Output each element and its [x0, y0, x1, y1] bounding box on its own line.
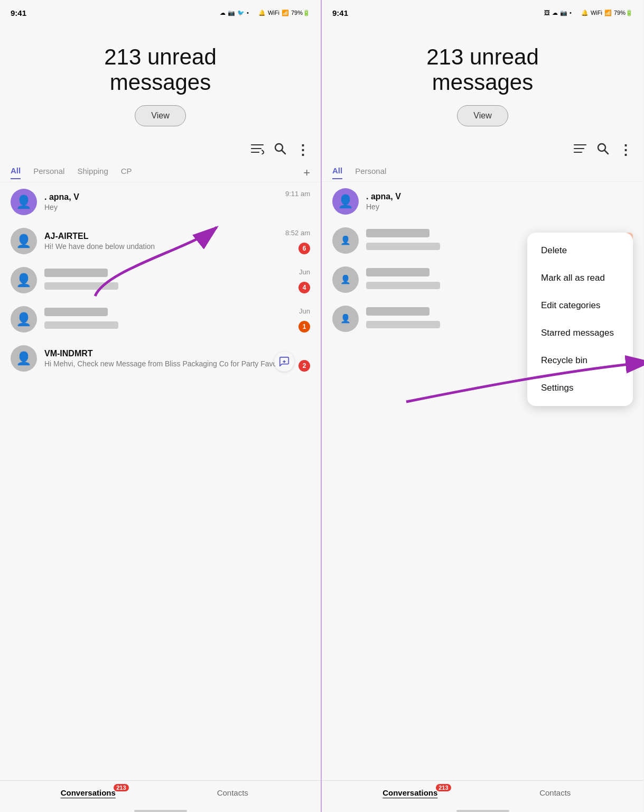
context-menu: Delete Mark all as read Edit categories …: [527, 233, 633, 406]
alarm-icon: 🔔: [258, 10, 266, 16]
conv-content-blurred-2: [44, 308, 310, 331]
menu-recycle-bin[interactable]: Recycle bin: [527, 347, 633, 374]
conv-preview-apna: Hey: [44, 203, 310, 211]
conv-preview-vm: Hi Mehvi, Check new Message from Bliss P…: [44, 359, 310, 368]
conv-item-blurred-1[interactable]: 👤 Jun 4: [0, 261, 321, 300]
menu-starred-messages[interactable]: Starred messages: [527, 319, 633, 347]
filter-icon-right[interactable]: [573, 143, 587, 158]
avatar-vm: 👤: [11, 345, 37, 372]
person-icon: 👤: [16, 195, 32, 209]
wifi-icon: WiFi: [268, 10, 279, 16]
tab-all-left[interactable]: All: [11, 166, 21, 179]
unread-header-left: 213 unreadmessages View: [0, 23, 321, 137]
quick-reply-button[interactable]: [274, 352, 294, 372]
more-icon[interactable]: ⋮: [296, 142, 310, 159]
avatar-blurred-r1: 👤: [332, 227, 359, 254]
unread-title-right: 213 unreadmessages: [343, 44, 622, 96]
tab-add-left[interactable]: +: [303, 166, 310, 180]
conv-content-apna: . apna, V Hey: [44, 192, 310, 211]
conv-item-apna[interactable]: 👤 . apna, V Hey 9:11 am: [0, 182, 321, 222]
person-icon: 👤: [16, 312, 32, 327]
filter-icon[interactable]: [250, 143, 264, 158]
blurred-preview-r1: [366, 243, 440, 250]
signal-icon: 📶: [604, 10, 612, 16]
conv-content-airtel: AJ-AIRTEL Hi! We have done below undatio…: [44, 232, 310, 251]
tab-all-right[interactable]: All: [332, 166, 342, 179]
status-icons-right: 🖼 ☁ 📷 • 🔔 WiFi 📶 79%🔋: [544, 9, 633, 16]
nav-contacts-left[interactable]: Contacts: [161, 788, 305, 797]
scrollbar-right: [456, 810, 509, 812]
conv-item-apna-right[interactable]: 👤 . apna, V Hey: [322, 182, 643, 221]
menu-delete[interactable]: Delete: [527, 237, 633, 264]
avatar-blurred-1: 👤: [11, 267, 37, 293]
phone-panel-left: 9:41 ☁ 📷 🐦 • 🔔 WiFi 📶 79%🔋 213 unreadmes…: [0, 0, 322, 812]
phone-panel-right: 9:41 🖼 ☁ 📷 • 🔔 WiFi 📶 79%🔋 213 unreadmes…: [322, 0, 643, 812]
dot-icon: •: [247, 10, 249, 16]
conv-badge-airtel: 6: [298, 243, 310, 254]
instagram-icon: 📷: [560, 10, 567, 16]
conv-badge-blurred-1: 4: [298, 282, 310, 293]
blurred-name-1: [44, 269, 108, 277]
conv-time-airtel: 8:52 am: [285, 229, 310, 237]
battery-icon: 79%🔋: [291, 10, 310, 16]
conv-item-airtel[interactable]: 👤 AJ-AIRTEL Hi! We have done below undat…: [0, 222, 321, 261]
nav-badge-left: 213: [114, 784, 128, 791]
toolbar-left: ⋮: [0, 137, 321, 164]
avatar-airtel: 👤: [11, 228, 37, 254]
alarm-icon: 🔔: [581, 10, 589, 16]
tab-personal-left[interactable]: Personal: [33, 167, 64, 179]
conv-name-apna-right: . apna, V: [366, 192, 633, 201]
person-icon: 👤: [16, 234, 32, 248]
tab-shipping-left[interactable]: Shipping: [77, 167, 108, 179]
status-time-right: 9:41: [332, 8, 348, 17]
tabs-right: All Personal: [322, 164, 643, 182]
battery-icon: 79%🔋: [614, 10, 633, 16]
menu-edit-categories[interactable]: Edit categories: [527, 292, 633, 319]
conversation-list-left: 👤 . apna, V Hey 9:11 am 👤 AJ-AIRTEL Hi! …: [0, 182, 321, 780]
conv-item-vm[interactable]: 👤 VM-INDMRT Hi Mehvi, Check new Message …: [0, 339, 321, 378]
menu-mark-all-read[interactable]: Mark all as read: [527, 264, 633, 292]
instagram-icon: 📷: [228, 10, 235, 16]
person-icon: 👤: [338, 194, 353, 209]
view-button-left[interactable]: View: [135, 105, 185, 126]
photo-icon: 🖼: [544, 10, 550, 16]
conv-item-blurred-2[interactable]: 👤 Jun 1: [0, 300, 321, 339]
conv-name-apna: . apna, V: [44, 192, 310, 202]
svg-line-12: [605, 151, 609, 154]
nav-contacts-right[interactable]: Contacts: [483, 788, 628, 797]
blurred-preview-2: [44, 321, 118, 329]
avatar-apna-right: 👤: [332, 188, 359, 215]
cloud-icon: ☁: [552, 10, 558, 16]
twitter-icon: 🐦: [237, 10, 245, 16]
tab-cp-left[interactable]: CP: [121, 167, 132, 179]
conv-content-apna-right: . apna, V Hey: [366, 192, 633, 211]
wifi-icon: WiFi: [591, 10, 602, 16]
person-icon: 👤: [16, 273, 32, 288]
conv-time-blurred-1: Jun: [299, 268, 310, 276]
view-button-right[interactable]: View: [457, 105, 508, 126]
search-icon[interactable]: [274, 142, 286, 158]
conv-badge-vm: 2: [298, 360, 310, 372]
nav-conversations-left[interactable]: Conversations 213: [16, 788, 161, 797]
conv-content-vm: VM-INDMRT Hi Mehvi, Check new Message fr…: [44, 349, 310, 368]
unread-title-left: 213 unreadmessages: [21, 44, 300, 96]
status-icons-left: ☁ 📷 🐦 • 🔔 WiFi 📶 79%🔋: [220, 9, 310, 16]
signal-icon: 📶: [282, 10, 289, 16]
tab-personal-right[interactable]: Personal: [355, 167, 386, 179]
blurred-name-r2: [366, 268, 430, 276]
conv-name-vm: VM-INDMRT: [44, 349, 310, 358]
more-icon-right[interactable]: ⋮: [619, 142, 633, 159]
toolbar-right: ⋮: [322, 137, 643, 164]
search-icon-right[interactable]: [596, 142, 609, 158]
blurred-preview-1: [44, 282, 118, 290]
conv-time-blurred-2: Jun: [299, 307, 310, 315]
svg-line-4: [282, 151, 286, 154]
conv-preview-airtel: Hi! We have done below undation: [44, 242, 310, 251]
blurred-preview-r3: [366, 321, 440, 328]
person-icon: 👤: [16, 351, 32, 366]
avatar-blurred-r3: 👤: [332, 306, 359, 332]
nav-conversations-right[interactable]: Conversations 213: [338, 788, 483, 797]
menu-settings[interactable]: Settings: [527, 374, 633, 402]
avatar-apna: 👤: [11, 189, 37, 215]
bottom-nav-left: Conversations 213 Contacts: [0, 780, 321, 807]
